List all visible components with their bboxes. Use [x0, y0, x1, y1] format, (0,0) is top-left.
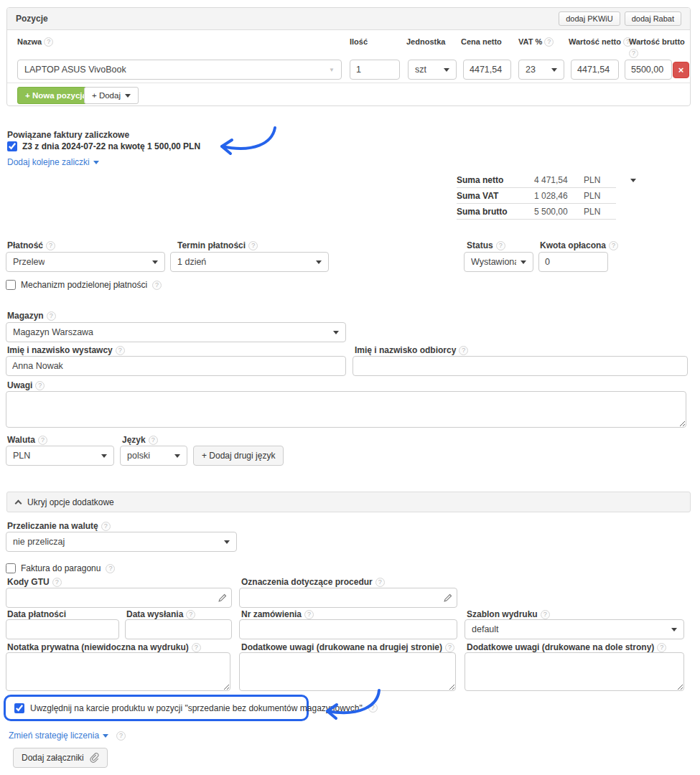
help-icon[interactable]: [304, 610, 314, 619]
help-icon[interactable]: [629, 49, 638, 58]
uwagi-textarea[interactable]: [6, 391, 686, 428]
procedury-input[interactable]: [239, 588, 457, 608]
item-net-value-input[interactable]: [571, 60, 619, 80]
help-icon[interactable]: [149, 436, 158, 445]
col-cena-netto-label: Cena netto: [461, 37, 502, 47]
label-text: Data płatności: [7, 609, 66, 619]
help-icon[interactable]: [445, 643, 454, 652]
help-icon[interactable]: [46, 241, 55, 250]
dodaj-zaliczki-link[interactable]: Dodaj kolejne zaliczki: [7, 157, 99, 167]
uwagi-dol-textarea[interactable]: [465, 652, 684, 691]
notatka-label: Notatka prywatna (niewidoczna na wydruku…: [7, 642, 201, 652]
przeliczanie-label: Przeliczanie na walutę: [7, 521, 111, 531]
chevron-down-icon: [224, 540, 230, 544]
summary-value: 5 500,00: [534, 207, 584, 217]
help-icon[interactable]: [186, 610, 195, 619]
przeliczanie-select[interactable]: nie przeliczaj: [6, 532, 237, 552]
help-icon[interactable]: [101, 522, 111, 531]
waluta-label: Waluta: [7, 435, 47, 445]
help-icon[interactable]: [192, 643, 201, 652]
selected-value: PLN: [13, 451, 30, 461]
help-icon[interactable]: [375, 578, 385, 587]
delete-item-button[interactable]: ×: [673, 62, 689, 78]
label-text: Przeliczanie na walutę: [7, 521, 98, 531]
waluta-select[interactable]: PLN: [6, 446, 114, 466]
dodaj-zalaczniki-button[interactable]: Dodaj załączniki: [13, 748, 108, 768]
magazyn-label: Magazyn: [7, 311, 56, 321]
faktura-paragon-checkbox[interactable]: [6, 563, 16, 573]
pencil-icon[interactable]: [443, 593, 452, 603]
selected-value: Magazyn Warszawa: [13, 327, 93, 337]
col-vat-label: VAT %: [518, 37, 554, 47]
help-icon[interactable]: [47, 311, 56, 321]
nowa-pozycja-button[interactable]: + Nowa pozycja: [17, 87, 95, 104]
help-icon[interactable]: [116, 731, 126, 741]
help-icon[interactable]: [106, 564, 115, 573]
odbiorca-input[interactable]: [353, 356, 688, 376]
help-icon[interactable]: [459, 346, 468, 355]
szablon-select[interactable]: default: [465, 619, 684, 639]
kwota-oplacona-input[interactable]: [538, 252, 608, 272]
help-icon[interactable]: [152, 281, 162, 290]
help-icon[interactable]: [496, 241, 505, 250]
help-icon[interactable]: [544, 37, 554, 47]
status-select[interactable]: Wystawiona: [464, 252, 533, 272]
magazyn-select[interactable]: Magazyn Warszawa: [6, 322, 346, 342]
summary-label: Suma brutto: [457, 207, 534, 217]
dodaj-button[interactable]: + Dodaj: [84, 87, 139, 104]
split-payment-checkbox[interactable]: [6, 280, 16, 290]
status-label: Status: [467, 240, 505, 250]
help-icon[interactable]: [38, 436, 47, 445]
nr-zamowienia-input[interactable]: [239, 619, 457, 639]
uwagi-strona2-label: Dodatkowe uwagi (drukowane na drugiej st…: [241, 642, 454, 652]
kody-gtu-input[interactable]: [6, 588, 232, 608]
kody-gtu-field: [6, 588, 232, 608]
help-icon[interactable]: [609, 241, 618, 250]
summary-currency: PLN: [584, 207, 600, 217]
help-icon[interactable]: [248, 241, 258, 250]
help-icon[interactable]: [35, 381, 45, 390]
summary-row-brutto: Suma brutto 5 500,00 PLN: [457, 204, 616, 220]
item-unit-select[interactable]: szt: [408, 60, 457, 80]
link-text: Dodaj kolejne zaliczki: [7, 157, 90, 167]
label-text: Kwota opłacona: [540, 240, 606, 250]
notatka-textarea[interactable]: [6, 652, 230, 691]
label-text: Dodatkowe uwagi (drukowane na dole stron…: [467, 642, 654, 652]
zaliczka-label: Z3 z dnia 2024-07-22 na kwotę 1 500,00 P…: [22, 141, 200, 151]
dodaj-pkwiu-button[interactable]: dodaj PKWiU: [559, 11, 620, 26]
help-icon[interactable]: [52, 578, 62, 587]
wystawca-input[interactable]: [6, 356, 346, 376]
label-text: Waluta: [7, 435, 35, 445]
chevron-down-icon: ▼: [329, 67, 335, 73]
label-text: Ilość: [350, 37, 368, 47]
termin-platnosci-select[interactable]: 1 dzień: [170, 252, 329, 272]
help-icon[interactable]: [657, 643, 666, 652]
uwagi-label: Uwagi: [7, 380, 45, 390]
checkbox-label: Mechanizm podzielonej płatności: [21, 280, 147, 290]
help-icon[interactable]: [541, 610, 550, 619]
item-quantity-input[interactable]: [350, 60, 400, 80]
zmien-strategie-link[interactable]: Zmień strategię liczenia: [9, 731, 108, 741]
opcje-dodatkowe-header[interactable]: Ukryj opcje dodatkowe: [6, 492, 691, 512]
chevron-down-icon: [174, 454, 180, 458]
chevron-down-icon: [103, 734, 108, 738]
karta-produktu-checkbox[interactable]: [14, 703, 24, 713]
data-wyslania-input[interactable]: [125, 619, 232, 639]
summary-currency-caret[interactable]: [630, 179, 636, 182]
add-language-button[interactable]: + Dodaj drugi język: [193, 446, 284, 466]
item-net-price-input[interactable]: [463, 60, 511, 80]
zaliczka-checkbox[interactable]: [7, 141, 17, 151]
data-platnosci-input[interactable]: [6, 619, 119, 639]
label-text: Nr zamówienia: [241, 609, 302, 619]
help-icon[interactable]: [116, 346, 125, 355]
item-vat-select[interactable]: 23: [518, 60, 564, 80]
pencil-icon[interactable]: [218, 593, 227, 603]
uwagi-strona2-textarea[interactable]: [239, 652, 456, 691]
item-name-combobox[interactable]: LAPTOP ASUS VivoBook ▼: [17, 60, 342, 80]
jezyk-select[interactable]: polski: [120, 446, 187, 466]
help-icon[interactable]: [44, 37, 53, 47]
dodaj-rabat-button[interactable]: dodaj Rabat: [625, 11, 681, 26]
platnosc-select[interactable]: Przelew: [6, 252, 165, 272]
item-gross-value-input[interactable]: [625, 60, 672, 80]
col-wartosc-netto-label: Wartość netto: [569, 37, 633, 47]
